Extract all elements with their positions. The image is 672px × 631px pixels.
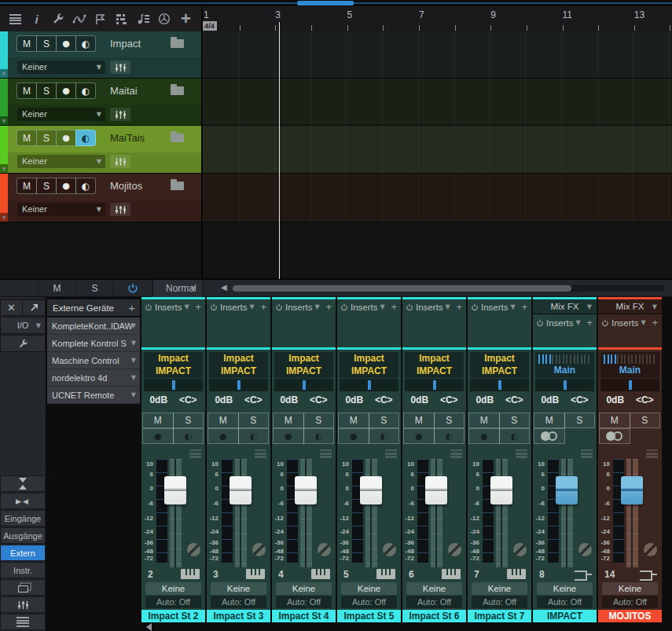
keyboard-icon[interactable] <box>311 569 330 579</box>
cue-knob[interactable] <box>578 543 592 556</box>
channel-record-button[interactable]: ● <box>273 428 304 444</box>
channel-mute-button[interactable]: M <box>207 413 239 428</box>
track-expand-button[interactable]: ▼ <box>0 164 8 173</box>
footer-power-button[interactable] <box>113 280 152 297</box>
channel-menu-icon[interactable] <box>516 449 527 458</box>
channel-monitor-button[interactable]: ◐ <box>238 428 270 444</box>
track-mute-button[interactable]: M <box>17 178 37 194</box>
channel-device-button[interactable]: Keine <box>537 582 593 595</box>
cue-knob[interactable] <box>187 543 200 556</box>
fader-handle[interactable] <box>295 476 317 504</box>
menu-icon[interactable] <box>6 9 25 28</box>
mixer-close-button[interactable]: ✕ <box>0 299 23 316</box>
pan-value[interactable]: <C> <box>630 393 660 407</box>
channel-device-button[interactable]: Keine <box>472 582 527 595</box>
channel-monitor-button[interactable]: ◐ <box>499 428 531 444</box>
mixer-filter-ausgnge[interactable]: Ausgänge <box>0 527 46 544</box>
channel-device-button[interactable]: Keine <box>276 582 332 595</box>
pan-slider[interactable] <box>600 379 659 391</box>
channel-display[interactable]: Impact IMPACT <box>144 352 203 378</box>
track-record-button[interactable]: ● <box>56 83 76 99</box>
channel-mute-button[interactable]: M <box>338 413 369 428</box>
channel-solo-button[interactable]: S <box>630 413 661 428</box>
channel-name-label[interactable]: Impact St 4 <box>272 610 336 622</box>
folder-icon[interactable] <box>171 86 184 95</box>
channel-mono-toggle[interactable] <box>599 428 630 444</box>
channel-name-label[interactable]: IMPACT <box>533 610 597 622</box>
pan-value[interactable]: <C> <box>565 393 595 407</box>
keyboard-icon[interactable] <box>246 569 265 579</box>
bus-routing-icon[interactable] <box>575 569 592 580</box>
volume-value[interactable]: 0dB <box>405 393 435 407</box>
channel-device-button[interactable]: Keine <box>145 582 201 595</box>
add-insert-icon[interactable]: + <box>652 317 658 328</box>
timeline-ruler[interactable]: 4/4 135791113 <box>201 6 672 31</box>
keyboard-icon[interactable] <box>507 569 526 579</box>
track-expand-button[interactable]: ▼ <box>0 213 8 222</box>
collapse-vertical-button[interactable] <box>0 475 46 492</box>
channel-mute-button[interactable]: M <box>468 413 500 428</box>
mixer-detach-button[interactable] <box>22 299 46 316</box>
channel-menu-icon[interactable] <box>189 449 201 458</box>
track-monitor-button[interactable]: ◐ <box>75 83 96 99</box>
footer-mute-button[interactable]: M <box>38 280 76 297</box>
channel-solo-button[interactable]: S <box>173 413 204 428</box>
channel-menu-icon[interactable] <box>385 449 397 458</box>
track-header[interactable]: ▼ M S ● ◐ Mojitos Keiner ▼ <box>0 174 201 222</box>
fader-track[interactable] <box>300 459 312 567</box>
channel-menu-icon[interactable] <box>450 449 462 458</box>
automation-mode-button[interactable]: Auto: Off <box>406 596 462 608</box>
channel-mute-button[interactable]: M <box>403 413 435 428</box>
track-device-dropdown[interactable]: Keiner ▼ <box>17 61 105 74</box>
fader-handle[interactable] <box>621 476 643 504</box>
channel-solo-button[interactable]: S <box>303 413 335 428</box>
mixfx-dropdown[interactable]: Mix FX ▼ <box>533 299 597 314</box>
channel-solo-button[interactable]: S <box>564 413 596 428</box>
pan-slider[interactable] <box>535 379 594 391</box>
track-expand-button[interactable]: ▼ <box>0 69 8 78</box>
track-solo-button[interactable]: S <box>36 178 57 194</box>
add-device-icon[interactable]: + <box>128 301 135 314</box>
fader-track[interactable] <box>561 459 573 567</box>
automation-mode-button[interactable]: Auto: Off <box>276 596 332 608</box>
volume-value[interactable]: 0dB <box>600 393 630 407</box>
track-name[interactable]: Mojitos <box>110 180 142 192</box>
device-row[interactable]: Komplete Kontrol S▼ <box>47 335 140 352</box>
track-header[interactable]: ▼ M S ● ◐ Impact Keiner ▼ <box>0 31 201 79</box>
cue-knob[interactable] <box>383 543 396 556</box>
automation-icon[interactable] <box>70 9 89 28</box>
footer-solo-button[interactable]: S <box>75 280 114 297</box>
track-name[interactable]: MaiTais <box>110 132 145 144</box>
channel-solo-button[interactable]: S <box>238 413 270 428</box>
channel-mute-button[interactable]: M <box>142 413 174 428</box>
device-row[interactable]: KompleteKont..lDAW▼ <box>47 317 140 335</box>
automation-mode-button[interactable]: Auto: Off <box>211 596 266 608</box>
track-name[interactable]: Impact <box>110 38 141 50</box>
pan-slider[interactable] <box>470 379 529 391</box>
channel-mute-button[interactable]: M <box>534 413 565 428</box>
arrange-hscrollbar-thumb[interactable] <box>233 285 571 292</box>
channel-solo-button[interactable]: S <box>499 413 531 428</box>
cue-knob[interactable] <box>252 543 266 556</box>
channel-record-button[interactable]: ● <box>207 428 239 444</box>
fader-handle[interactable] <box>425 476 447 504</box>
fader-track[interactable] <box>235 459 247 567</box>
fader-handle[interactable] <box>556 476 578 504</box>
automation-mode-button[interactable]: Auto: Off <box>145 596 201 608</box>
track-monitor-button[interactable]: ◐ <box>75 130 96 146</box>
groups-icon-button[interactable] <box>0 596 46 613</box>
keyboard-icon[interactable] <box>181 569 200 579</box>
pan-value[interactable]: <C> <box>239 393 269 407</box>
channel-mute-button[interactable]: M <box>599 413 630 428</box>
channel-display[interactable]: Impact IMPACT <box>405 352 464 378</box>
channel-monitor-button[interactable]: ◐ <box>369 428 400 444</box>
device-row[interactable]: nordelektro 4d▼ <box>47 369 140 387</box>
arrange-lane[interactable] <box>203 31 672 79</box>
inserts-header[interactable]: Inserts ▼ + <box>272 299 336 314</box>
channel-display[interactable]: Impact IMPACT <box>274 352 333 378</box>
keyboard-icon[interactable] <box>442 569 461 579</box>
channel-device-button[interactable]: Keine <box>602 582 658 595</box>
arrange-hscrollbar[interactable] <box>233 285 664 292</box>
automation-mode-dropdown[interactable]: Normal ▼ <box>152 280 203 297</box>
fader-handle[interactable] <box>230 476 252 504</box>
